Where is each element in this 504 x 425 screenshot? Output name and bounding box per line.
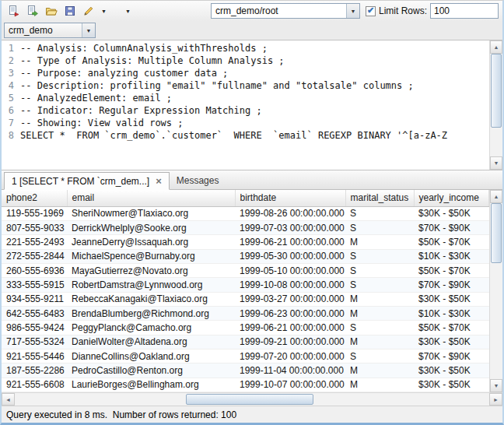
results-vscrollbar[interactable]: ▲ ▼ — [489, 190, 502, 392]
table-cell: PeggyPlanck@Camacho.org — [67, 321, 235, 335]
table-cell: 221-555-2493 — [2, 235, 67, 249]
database-combo[interactable]: crm_demo ▼ — [4, 23, 96, 38]
open-file-icon[interactable] — [43, 2, 60, 19]
limit-rows-input[interactable] — [430, 3, 499, 19]
table-cell: 1999-11-04 00:00:00.000 — [235, 364, 345, 378]
table-cell: RobertDamstra@Lynnwood.org — [67, 278, 235, 292]
line-number: 4 — [2, 79, 14, 92]
table-cell: 1999-03-27 00:00:00.000 — [235, 292, 345, 306]
table-cell: $30K - $50K — [414, 378, 489, 392]
column-header[interactable]: email — [67, 190, 235, 206]
limit-rows-checkbox[interactable]: ✔ — [366, 6, 376, 16]
table-cell: $50K - $70K — [414, 321, 489, 335]
database-combo-value: crm_demo — [5, 23, 82, 37]
line-number: 3 — [2, 67, 14, 79]
table-cell: 1999-06-21 00:00:00.000 — [235, 235, 345, 249]
table-cell: MichaelSpence@Burnaby.org — [67, 249, 235, 263]
table-cell: 272-555-2844 — [2, 249, 67, 263]
table-cell: M — [345, 378, 414, 392]
table-cell: JeanneDerry@Issaquah.org — [67, 235, 235, 249]
scroll-down-icon[interactable]: ▼ — [490, 156, 502, 170]
table-cell: 1999-10-07 00:00:00.000 — [235, 378, 345, 392]
table-row[interactable]: 986-555-9424PeggyPlanck@Camacho.org1999-… — [2, 321, 489, 335]
scroll-up-icon[interactable]: ▲ — [490, 40, 502, 54]
table-cell: $70K - $90K — [414, 220, 489, 234]
table-row[interactable]: 807-555-9033DerrickWhelply@Sooke.org1999… — [2, 220, 489, 234]
sql-editor: 12345678 -- Analysis: ColumnAnalysis_wit… — [2, 40, 502, 170]
tab-result-1[interactable]: 1 [SELECT * FROM `crm_dem...] × — [4, 172, 170, 190]
toolbar-menu-icon[interactable]: ▼ — [123, 2, 133, 19]
table-cell: DerrickWhelply@Sooke.org — [67, 220, 235, 234]
close-icon[interactable]: × — [156, 176, 162, 186]
table-cell: S — [345, 220, 414, 234]
table-row[interactable]: 921-555-5446DianneCollins@Oakland.org199… — [2, 349, 489, 363]
code-line: -- Purpose: analyzing customer data ; — [20, 67, 489, 79]
table-row[interactable]: 921-555-6608LaurieBorges@Bellingham.org1… — [2, 378, 489, 392]
sql-editor-view: ▼ ▼ crm_demo/root ▼ ✔ Limit Rows: crm_de… — [0, 0, 504, 425]
scroll-up-icon[interactable]: ▲ — [490, 190, 502, 203]
line-number: 5 — [2, 92, 14, 104]
table-row[interactable]: 333-555-5915RobertDamstra@Lynnwood.org19… — [2, 278, 489, 292]
column-header[interactable]: phone2 — [2, 190, 67, 206]
tab-label: Messages — [177, 175, 219, 186]
table-row[interactable]: 934-555-9211RebeccaKanagaki@Tlaxiaco.org… — [2, 292, 489, 306]
table-cell: 333-555-5915 — [2, 278, 67, 292]
column-header[interactable]: birthdate — [235, 190, 345, 206]
column-header[interactable]: marital_status — [345, 190, 414, 206]
table-cell: M — [345, 235, 414, 249]
table-cell: $30K - $50K — [414, 364, 489, 378]
scroll-right-icon[interactable]: ► — [489, 393, 502, 406]
connection-combo[interactable]: crm_demo/root ▼ — [211, 3, 360, 19]
results-scroll-thumb[interactable] — [491, 203, 502, 263]
table-row[interactable]: 272-555-2844MichaelSpence@Burnaby.org199… — [2, 249, 489, 263]
table-cell: M — [345, 306, 414, 320]
export-sql-icon[interactable] — [24, 2, 41, 19]
toolbar-right-group: crm_demo/root ▼ ✔ Limit Rows: — [211, 3, 499, 19]
results-hscrollbar[interactable]: ◄ ► — [2, 392, 502, 406]
scroll-left-icon[interactable]: ◄ — [2, 393, 15, 406]
hscroll-track[interactable] — [15, 393, 489, 406]
save-icon[interactable] — [61, 2, 79, 19]
connection-combo-value: crm_demo/root — [212, 4, 346, 18]
results-scroll-track[interactable] — [490, 203, 502, 379]
table-cell: LaurieBorges@Bellingham.org — [67, 378, 235, 392]
line-number: 7 — [2, 117, 14, 129]
editor-vscrollbar[interactable]: ▲ ▼ — [489, 40, 502, 170]
table-cell: S — [345, 278, 414, 292]
editor-scroll-track[interactable] — [490, 54, 502, 156]
tab-messages[interactable]: Messages — [170, 171, 226, 189]
table-cell: RebeccaKanagaki@Tlaxiaco.org — [67, 292, 235, 306]
table-cell: 921-555-6608 — [2, 378, 67, 392]
table-cell: 934-555-9211 — [2, 292, 67, 306]
edit-dropdown-icon[interactable]: ▼ — [99, 2, 109, 19]
table-cell: M — [345, 364, 414, 378]
table-cell: 1999-10-08 00:00:00.000 — [235, 278, 345, 292]
editor-scroll-thumb[interactable] — [491, 54, 502, 128]
table-row[interactable]: 221-555-2493JeanneDerry@Issaquah.org1999… — [2, 235, 489, 249]
editor-code[interactable]: -- Analysis: ColumnAnalysis_withThreshol… — [17, 40, 489, 170]
table-row[interactable]: 260-555-6936MayaGutierrez@Novato.org1999… — [2, 263, 489, 277]
hscroll-thumb[interactable] — [186, 394, 314, 405]
code-line: -- Description: profiling "email" "fulln… — [20, 79, 489, 92]
table-cell: 1999-05-30 00:00:00.000 — [235, 249, 345, 263]
code-line: -- Showing: View valid rows ; — [20, 117, 489, 129]
table-row[interactable]: 119-555-1969SheriNowmer@Tlaxiaco.org1999… — [2, 206, 489, 220]
catalog-toolbar: crm_demo ▼ — [2, 21, 502, 40]
chevron-down-icon[interactable]: ▼ — [82, 23, 95, 37]
column-header[interactable]: yearly_income — [414, 190, 489, 206]
table-cell: 260-555-6936 — [2, 263, 67, 277]
table-row[interactable]: 187-555-2286PedroCastillo@Renton.org1999… — [2, 364, 489, 378]
table-cell: $30K - $50K — [414, 292, 489, 306]
edit-icon[interactable] — [80, 2, 97, 19]
table-row[interactable]: 642-555-6483BrendaBlumberg@Richmond.org1… — [2, 306, 489, 320]
table-cell: DianneCollins@Oakland.org — [67, 349, 235, 363]
scroll-down-icon[interactable]: ▼ — [490, 379, 502, 392]
main-toolbar: ▼ ▼ crm_demo/root ▼ ✔ Limit Rows: — [2, 1, 502, 21]
chevron-down-icon[interactable]: ▼ — [346, 4, 359, 18]
line-number: 6 — [2, 104, 14, 117]
execute-sql-icon[interactable] — [5, 2, 23, 19]
table-cell: BrendaBlumberg@Richmond.org — [67, 306, 235, 320]
table-row[interactable]: 717-555-5324DanielWolter@Altadena.org199… — [2, 335, 489, 349]
table-cell: S — [345, 321, 414, 335]
table-cell: 1999-08-26 00:00:00.000 — [235, 206, 345, 220]
